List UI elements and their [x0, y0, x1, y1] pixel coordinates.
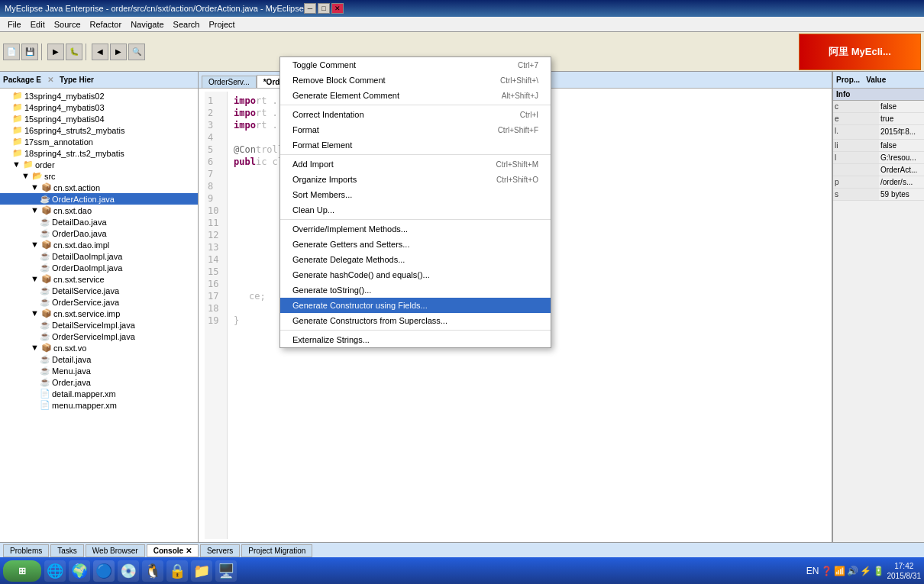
- tree-item[interactable]: 📁 16spring4_struts2_mybatis: [0, 124, 198, 136]
- properties-panel: Prop... Value Info c false e true l. 201…: [832, 72, 924, 542]
- tree-item[interactable]: 📄 menu.mapper.xm: [0, 399, 198, 411]
- tree-item[interactable]: ☕ Menu.java: [0, 365, 198, 376]
- ctx-generate-constructor-fields[interactable]: Generate Constructor using Fields...: [280, 298, 551, 313]
- tree-item[interactable]: ☕ OrderAction.java: [0, 193, 198, 205]
- ctx-generate-constructors-superclass[interactable]: Generate Constructors from Superclass...: [280, 313, 551, 328]
- tab-servers[interactable]: Servers: [200, 544, 240, 557]
- tree-item[interactable]: ▼ 📦 cn.sxt.vo: [0, 342, 198, 353]
- toolbar-fwd[interactable]: ▶: [110, 44, 127, 60]
- tree-item[interactable]: 📁 17ssm_annotation: [0, 136, 198, 147]
- menu-navigate[interactable]: Navigate: [126, 18, 168, 31]
- tab-web-browser[interactable]: Web Browser: [86, 544, 145, 557]
- tree-item[interactable]: 📄 detail.mapper.xm: [0, 388, 198, 399]
- ctx-generate-getters-setters[interactable]: Generate Getters and Setters...: [280, 237, 551, 252]
- tree-item[interactable]: ☕ DetailServiceImpl.java: [0, 319, 198, 331]
- toolbar-debug[interactable]: 🐛: [66, 44, 82, 60]
- tree-item[interactable]: ☕ Detail.java: [0, 353, 198, 365]
- menu-edit[interactable]: Edit: [26, 18, 50, 31]
- tree-item[interactable]: 📁 18spring4_str..ts2_mybatis: [0, 147, 198, 159]
- brand-logo: 阿里 MyEcli...: [799, 34, 921, 70]
- taskbar-icon-monitor[interactable]: 🖥️: [215, 560, 237, 582]
- maximize-button[interactable]: □: [318, 3, 330, 14]
- ctx-format[interactable]: Format Ctrl+Shift+F: [280, 122, 551, 137]
- tab-close-icon[interactable]: ✕: [47, 76, 53, 84]
- minimize-button[interactable]: ─: [304, 3, 316, 14]
- tree-item[interactable]: ☕ Order.java: [0, 376, 198, 388]
- tab-project-migration[interactable]: Project Migration: [241, 544, 312, 557]
- taskbar-icon-folder[interactable]: 💿: [118, 560, 139, 582]
- ctx-generate-element-comment[interactable]: Generate Element Comment Alt+Shift+J: [280, 88, 551, 103]
- ctx-separator: [280, 219, 551, 220]
- taskbar-icon-chrome[interactable]: 🔵: [93, 560, 115, 582]
- menu-source[interactable]: Source: [50, 18, 86, 31]
- prop-key: l: [833, 152, 879, 163]
- tree-item[interactable]: ☕ OrderService.java: [0, 296, 198, 308]
- tab-console[interactable]: Console ✕: [147, 544, 199, 557]
- tree-item[interactable]: ☕ DetailDao.java: [0, 216, 198, 227]
- menu-file[interactable]: File: [3, 18, 26, 31]
- tab-problems[interactable]: Problems: [3, 544, 49, 557]
- tree-item[interactable]: ▼ 📦 cn.sxt.service.imp: [0, 308, 198, 319]
- tree-item[interactable]: ☕ OrderDao.java: [0, 227, 198, 239]
- start-button[interactable]: ⊞: [3, 560, 41, 582]
- toolbar-back[interactable]: ◀: [92, 44, 108, 60]
- context-menu[interactable]: Toggle Comment Ctrl+7 Remove Block Comme…: [279, 56, 551, 348]
- taskbar-icon-key[interactable]: 🔒: [166, 560, 188, 582]
- tree-item[interactable]: ☕ DetailService.java: [0, 285, 198, 296]
- prop-row: l G:\resou...: [833, 152, 924, 164]
- tree-item[interactable]: ▼ 📦 cn.sxt.dao.impl: [0, 239, 198, 250]
- taskbar-icon-browser[interactable]: 🌐: [44, 560, 66, 582]
- ctx-correct-indentation[interactable]: Correct Indentation Ctrl+I: [280, 107, 551, 122]
- tree-item[interactable]: ▼ 📦 cn.sxt.service: [0, 273, 198, 285]
- toolbar-run[interactable]: ▶: [47, 44, 64, 60]
- ctx-generate-delegate-methods[interactable]: Generate Delegate Methods...: [280, 252, 551, 267]
- tree-item[interactable]: ▼ 📂 src: [0, 170, 198, 182]
- tree-item[interactable]: 📁 13spring4_mybatis02: [0, 90, 198, 102]
- properties-header: Prop... Value: [833, 72, 924, 89]
- type-hierarchy-tab[interactable]: Type Hier: [60, 76, 94, 84]
- properties-tab[interactable]: Prop...: [836, 76, 860, 84]
- ctx-clean-up[interactable]: Clean Up...: [280, 202, 551, 218]
- tab-orderserv[interactable]: OrderServ...: [202, 76, 257, 88]
- tab-tasks[interactable]: Tasks: [50, 544, 84, 557]
- ctx-sort-members[interactable]: Sort Members...: [280, 187, 551, 202]
- menu-project[interactable]: Project: [204, 18, 239, 31]
- tree-item[interactable]: ▼ 📦 cn.sxt.action: [0, 182, 198, 193]
- package-explorer-tab[interactable]: Package E: [3, 76, 41, 84]
- ctx-organize-imports[interactable]: Organize Imports Ctrl+Shift+O: [280, 172, 551, 187]
- prop-row: s 59 bytes: [833, 189, 924, 201]
- prop-row: l. 2015年8...: [833, 125, 924, 140]
- tree-item[interactable]: ☕ OrderServiceImpl.java: [0, 331, 198, 342]
- ctx-override-implement[interactable]: Override/Implement Methods...: [280, 221, 551, 237]
- menu-search[interactable]: Search: [169, 18, 205, 31]
- prop-key: li: [833, 140, 879, 151]
- toolbar-search[interactable]: 🔍: [128, 44, 145, 60]
- tree-item[interactable]: ☕ OrderDaoImpl.java: [0, 262, 198, 273]
- ctx-generate-hashcode-equals[interactable]: Generate hashCode() and equals()...: [280, 267, 551, 282]
- ctx-externalize-strings[interactable]: Externalize Strings...: [280, 332, 551, 347]
- taskbar-icon-shield[interactable]: 🐧: [142, 560, 163, 582]
- ctx-toggle-comment[interactable]: Toggle Comment Ctrl+7: [280, 57, 551, 73]
- close-button[interactable]: ✕: [331, 3, 344, 14]
- titlebar: MyEclipse Java Enterprise - order/src/cn…: [0, 0, 924, 17]
- tree-item[interactable]: ▼ 📁 order: [0, 159, 198, 170]
- ctx-add-import[interactable]: Add Import Ctrl+Shift+M: [280, 156, 551, 172]
- tree-item[interactable]: ▼ 📦 cn.sxt.dao: [0, 205, 198, 216]
- prop-row: e true: [833, 113, 924, 125]
- toolbar-new[interactable]: 📄: [3, 44, 20, 60]
- ctx-remove-block-comment[interactable]: Remove Block Comment Ctrl+Shift+\: [280, 73, 551, 88]
- toolbar-separator-2: [86, 44, 89, 60]
- taskbar-icon-files[interactable]: 📁: [191, 560, 212, 582]
- prop-row: li false: [833, 140, 924, 152]
- prop-key: [833, 164, 879, 176]
- toolbar-save[interactable]: 💾: [21, 44, 38, 60]
- ctx-format-element[interactable]: Format Element: [280, 137, 551, 153]
- menu-refactor[interactable]: Refactor: [86, 18, 127, 31]
- ctx-generate-tostring[interactable]: Generate toString()...: [280, 282, 551, 298]
- tray-icon-6: 🔋: [873, 566, 884, 576]
- titlebar-title: MyEclipse Java Enterprise - order/src/cn…: [5, 4, 304, 13]
- tree-item[interactable]: 📁 15spring4_mybatis04: [0, 113, 198, 124]
- tree-item[interactable]: 📁 14spring4_mybatis03: [0, 102, 198, 113]
- tree-item[interactable]: ☕ DetailDaoImpl.java: [0, 250, 198, 262]
- taskbar-icon-globe[interactable]: 🌍: [69, 560, 90, 582]
